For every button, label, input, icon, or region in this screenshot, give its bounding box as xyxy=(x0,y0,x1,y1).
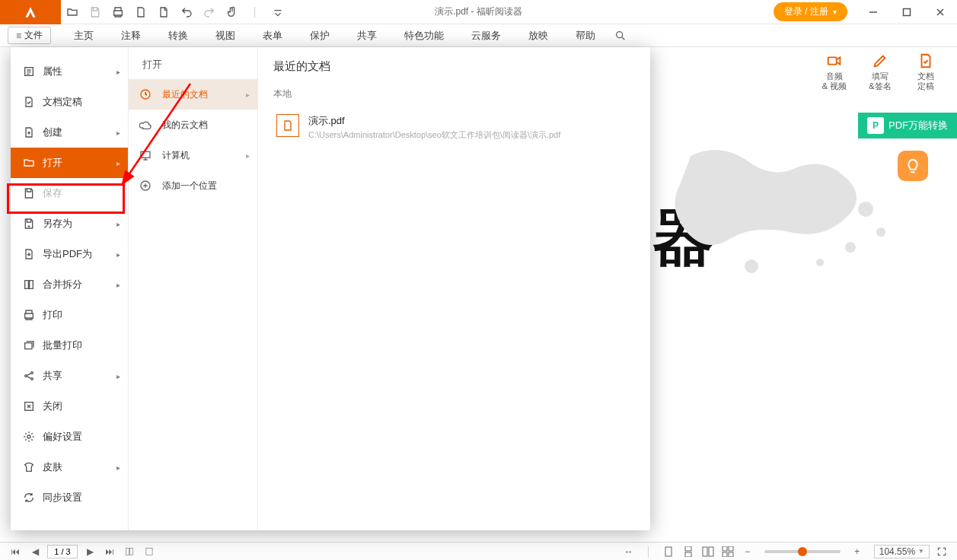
search-icon[interactable] xyxy=(609,30,632,42)
qat-more-icon[interactable] xyxy=(266,0,289,24)
print-icon[interactable] xyxy=(107,0,129,24)
svg-rect-34 xyxy=(729,552,733,557)
svg-rect-26 xyxy=(665,547,671,556)
minimize-button[interactable] xyxy=(857,0,890,24)
recent-file-item[interactable]: 演示.pdfC:\Users\Administrator\Desktop\seo… xyxy=(273,108,635,147)
zoom-slider[interactable] xyxy=(764,550,841,553)
fill-sign-button[interactable]: 填写&签名 xyxy=(863,50,898,91)
tips-button[interactable] xyxy=(898,151,928,181)
page-fit-icon[interactable] xyxy=(142,545,157,558)
file-menu-create[interactable]: 创建▸ xyxy=(11,117,128,148)
file-menu-close[interactable]: 关闭 xyxy=(11,391,128,422)
svg-rect-29 xyxy=(703,547,707,556)
single-page-icon[interactable] xyxy=(661,545,676,558)
file-menu-export[interactable]: 导出PDF为▸ xyxy=(11,239,128,269)
page-input[interactable] xyxy=(47,545,78,558)
continuous-page-icon[interactable] xyxy=(681,545,696,558)
first-page-button[interactable]: ⏮ xyxy=(8,545,23,558)
tab-form[interactable]: 表单 xyxy=(249,24,296,47)
zoom-out-button[interactable]: − xyxy=(740,545,755,558)
file-tab[interactable]: ≡文件 xyxy=(8,27,51,44)
undo-icon[interactable] xyxy=(175,0,198,24)
tab-present[interactable]: 放映 xyxy=(515,24,562,47)
svg-point-1 xyxy=(617,31,623,37)
file-menu-skin[interactable]: 皮肤▸ xyxy=(11,452,128,482)
fullscreen-button[interactable] xyxy=(934,545,949,558)
page-add-icon[interactable] xyxy=(129,0,152,24)
login-button[interactable]: 登录 / 注册▾ xyxy=(774,2,847,21)
pdf-icon: P xyxy=(867,117,884,134)
file-menu-share[interactable]: 共享▸ xyxy=(11,361,128,391)
export-icon xyxy=(21,248,37,260)
ribbon-tabs: ≡文件 主页 注释 转换 视图 表单 保护 共享 特色功能 云服务 放映 帮助 xyxy=(0,24,957,47)
svg-rect-23 xyxy=(126,548,129,555)
file-menu-prefs[interactable]: 偏好设置 xyxy=(11,422,128,452)
chevron-down-icon: ▼ xyxy=(918,548,924,555)
file-menu-properties[interactable]: 属性▸ xyxy=(11,56,128,87)
tab-share[interactable]: 共享 xyxy=(343,24,391,47)
file-menu-print[interactable]: 打印 xyxy=(11,300,128,330)
menu-item-label: 共享 xyxy=(43,369,62,383)
finalize-button[interactable]: 文档定稿 xyxy=(908,50,943,91)
redo-icon[interactable] xyxy=(198,0,221,24)
chevron-right-icon: ▸ xyxy=(116,159,120,167)
file-menu-saveas[interactable]: 另存为▸ xyxy=(11,208,128,239)
divider: │ xyxy=(641,545,656,558)
tab-comment[interactable]: 注释 xyxy=(107,24,155,47)
tab-help[interactable]: 帮助 xyxy=(562,24,609,47)
tab-cloud[interactable]: 云服务 xyxy=(458,24,515,47)
recent-icon xyxy=(139,88,156,100)
next-page-button[interactable]: ▶ xyxy=(82,545,97,558)
zoom-label: 104.55% xyxy=(879,546,915,557)
tab-home[interactable]: 主页 xyxy=(60,24,107,47)
status-bar: ⏮ ◀ ▶ ⏭ ↔ │ − + 104.55%▼ xyxy=(0,542,957,560)
svg-rect-31 xyxy=(723,546,727,551)
audio-video-button[interactable]: 音频& 视频 xyxy=(817,50,852,91)
open-source-addplace[interactable]: 添加一个位置 xyxy=(129,170,257,201)
continuous-facing-icon[interactable] xyxy=(720,545,735,558)
last-page-button[interactable]: ⏭ xyxy=(102,545,117,558)
save-icon[interactable] xyxy=(84,0,107,24)
file-menu-merge[interactable]: 合并拆分▸ xyxy=(11,269,128,300)
tab-view[interactable]: 视图 xyxy=(202,24,249,47)
file-menu-sync[interactable]: 同步设置 xyxy=(11,482,128,513)
fit-width-icon[interactable]: ↔ xyxy=(621,545,636,558)
tab-protect[interactable]: 保护 xyxy=(296,24,343,47)
camera-icon xyxy=(824,50,845,72)
slider-thumb[interactable] xyxy=(798,547,807,556)
tab-convert[interactable]: 转换 xyxy=(155,24,202,47)
open-source-recent[interactable]: 最近的文档▸ xyxy=(129,79,257,110)
file-menu-open[interactable]: 打开▸ xyxy=(11,148,128,178)
prev-page-button[interactable]: ◀ xyxy=(27,545,43,558)
svg-rect-27 xyxy=(685,546,691,551)
close-button[interactable] xyxy=(924,0,957,24)
file-menu-finalize[interactable]: 文档定稿 xyxy=(11,87,128,117)
saveas-icon xyxy=(21,218,37,230)
zoom-in-button[interactable]: + xyxy=(850,545,865,558)
page-layout-icon[interactable] xyxy=(122,545,137,558)
open-source-cloud[interactable]: 我的云文档 xyxy=(129,110,257,140)
menu-item-label: 合并拆分 xyxy=(43,278,82,291)
open-source-computer[interactable]: 计算机▸ xyxy=(129,140,257,170)
open-icon[interactable] xyxy=(61,0,84,24)
chevron-right-icon: ▸ xyxy=(116,372,120,380)
ribbon-right-group: 音频& 视频 填写&签名 文档定稿 xyxy=(812,47,948,94)
source-label: 最近的文档 xyxy=(162,88,208,101)
facing-page-icon[interactable] xyxy=(700,545,716,558)
menu-item-label: 文档定稿 xyxy=(43,95,82,109)
hand-icon[interactable] xyxy=(221,0,244,24)
page-icon[interactable] xyxy=(152,0,175,24)
file-menu-col1: 属性▸文档定稿创建▸打开▸保存另存为▸导出PDF为▸合并拆分▸打印批量打印共享▸… xyxy=(11,47,129,530)
page-controls: ⏮ ◀ ▶ ⏭ xyxy=(8,545,157,558)
source-label: 添加一个位置 xyxy=(162,180,217,192)
file-menu-batch[interactable]: 批量打印 xyxy=(11,330,128,361)
tab-features[interactable]: 特色功能 xyxy=(391,24,458,47)
maximize-button[interactable] xyxy=(890,0,924,24)
svg-point-18 xyxy=(27,435,30,438)
app-logo xyxy=(0,0,61,24)
ribbon-label: 填写 xyxy=(872,72,888,81)
prefs-icon xyxy=(21,431,37,443)
zoom-value[interactable]: 104.55%▼ xyxy=(874,545,930,558)
menu-item-label: 导出PDF为 xyxy=(43,247,92,261)
pdf-convert-button[interactable]: P PDF万能转换 xyxy=(858,113,957,138)
